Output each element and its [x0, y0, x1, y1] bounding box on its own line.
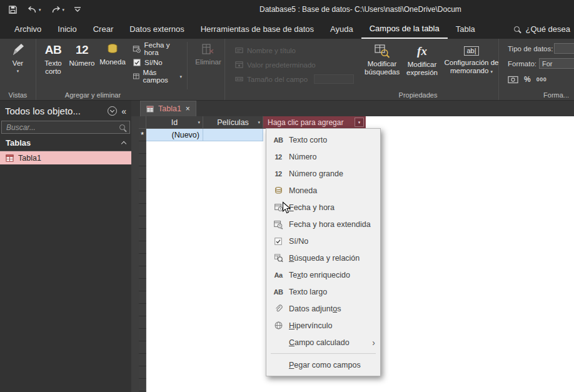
date-time-extended-icon	[273, 219, 284, 229]
menu-item-label: Fecha y hora	[289, 203, 335, 212]
record-selector-cell[interactable]	[139, 354, 146, 366]
new-record-row: * (Nuevo)	[139, 129, 263, 141]
nav-menu-circle-icon[interactable]	[108, 106, 117, 116]
filter-dropdown-icon[interactable]: ▾	[258, 120, 260, 125]
large-number-icon: 12	[273, 169, 284, 179]
apply-currency-icon[interactable]	[508, 76, 518, 84]
redo-button[interactable]: ▾	[51, 6, 65, 14]
menu-item-datos-adjuntos[interactable]: Datos adjuntos	[266, 300, 380, 317]
menu-item-texto-largo[interactable]: ABTexto largo	[266, 283, 380, 300]
record-selector-cell[interactable]	[139, 191, 146, 204]
close-icon[interactable]: ×	[186, 105, 190, 113]
record-selector-cell[interactable]	[139, 266, 146, 279]
view-button[interactable]: Ver ▾	[0, 39, 36, 73]
short-text-button[interactable]: AB Texto corto	[39, 39, 68, 76]
record-selector-cell[interactable]	[139, 341, 146, 354]
modify-lookups-button[interactable]: Modificar búsquedas	[364, 40, 400, 76]
name-caption-label: Nombre y título	[247, 47, 296, 54]
ribbon-group-vistas: Ver ▾ Vistas	[0, 39, 36, 100]
ribbon-tab-bar: ArchivoInicioCrearDatos externosHerramie…	[0, 19, 574, 39]
field-size-icon	[235, 75, 243, 83]
number-icon: 12	[273, 152, 284, 162]
record-selector-cell[interactable]	[139, 304, 146, 316]
currency-coins-icon	[273, 186, 284, 196]
tell-me-search[interactable]: ¿Qué desea	[514, 19, 570, 39]
record-selector-cell[interactable]	[139, 166, 146, 179]
default-value-label: Valor predeterminado	[247, 61, 316, 69]
save-icon	[8, 5, 18, 14]
menu-item-numero-grande[interactable]: 12Número grande	[266, 165, 380, 182]
record-selector-cell[interactable]	[139, 366, 146, 379]
date-time-icon	[133, 44, 141, 54]
menu-tab-herramientas-de-base-de-datos[interactable]: Herramientas de base de datos	[193, 19, 322, 39]
menu-item-texto-enriquecido[interactable]: AaTexto enriquecido	[266, 266, 380, 283]
record-selector-cell[interactable]	[139, 229, 146, 241]
modify-expression-button[interactable]: fx Modificar expresión	[404, 40, 440, 77]
record-selector-cell[interactable]	[139, 379, 146, 391]
record-selector-cell[interactable]	[139, 279, 146, 291]
menu-item-busqueda-y-relacion[interactable]: Búsqueda y relación	[266, 249, 380, 266]
nav-section-tablas[interactable]: Tablas	[0, 134, 131, 151]
thousands-separator-icon[interactable]: 000	[536, 76, 547, 83]
record-selector-cell[interactable]	[139, 241, 146, 254]
menu-item-hipervinculo[interactable]: Hipervínculo	[266, 317, 380, 334]
record-selector-cell[interactable]	[139, 316, 146, 329]
format-label: Formato:	[508, 60, 536, 68]
name-caption-icon	[235, 46, 243, 54]
menu-tab-ayuda[interactable]: Ayuda	[322, 19, 361, 39]
nav-item-tabla1[interactable]: Tabla1	[0, 151, 131, 164]
menu-item-texto-corto[interactable]: ABTexto corto	[266, 131, 380, 148]
collapse-pane-icon[interactable]: «	[121, 106, 126, 116]
menu-item-label: Datos adjuntos	[289, 304, 341, 313]
menu-tab-datos-externos[interactable]: Datos externos	[121, 19, 192, 39]
menu-tab-crear[interactable]: Crear	[85, 19, 122, 39]
data-type-select[interactable]	[554, 43, 574, 54]
column-header-peliculas[interactable]: Películas ▾	[203, 116, 263, 129]
record-selector-cell[interactable]	[139, 216, 146, 229]
datasheet-view-icon	[11, 42, 26, 58]
menu-item-si-no[interactable]: Sí/No	[266, 233, 380, 249]
menu-item-numero[interactable]: 12Número	[266, 148, 380, 165]
filter-dropdown-icon[interactable]: ▾	[198, 120, 200, 125]
menu-item-moneda[interactable]: Moneda	[266, 182, 380, 199]
undo-icon	[28, 6, 37, 14]
menu-item-fecha-y-hora-extendida[interactable]: Fecha y hora extendida	[266, 216, 380, 233]
more-fields-button[interactable]: Más campos ▾	[133, 71, 182, 82]
record-selector-cell[interactable]	[139, 329, 146, 341]
format-select[interactable]: For	[539, 58, 574, 69]
menu-tab-tabla[interactable]: Tabla	[448, 19, 483, 39]
undo-button[interactable]: ▾	[28, 6, 41, 14]
percent-icon[interactable]: %	[524, 75, 531, 84]
customize-quick-access-button[interactable]	[74, 7, 81, 13]
record-selector-cell[interactable]	[139, 141, 146, 154]
new-record-selector[interactable]: *	[139, 129, 146, 141]
record-selector-cell[interactable]	[139, 291, 146, 304]
date-time-button[interactable]: Fecha y hora	[133, 43, 182, 54]
menu-tab-inicio[interactable]: Inicio	[49, 19, 84, 39]
record-selector-cell[interactable]	[139, 154, 146, 166]
select-all-corner[interactable]	[139, 116, 146, 129]
memo-settings-button[interactable]: ab| Configuración de memorando ▾	[443, 40, 500, 75]
column-header-add-field[interactable]: Haga clic para agregar ▾	[263, 116, 366, 129]
add-field-dropdown-button[interactable]: ▾	[355, 118, 364, 127]
chevron-up-icon	[121, 141, 126, 146]
menu-item-campo-calculado[interactable]: Campo calculado›	[266, 334, 380, 351]
name-caption-button: Nombre y título	[235, 43, 354, 58]
record-selector-cell[interactable]	[139, 254, 146, 266]
field-quick-add-column: Fecha y hora Sí/No Más campos ▾	[133, 39, 182, 82]
number-button[interactable]: 12 Número	[68, 39, 96, 68]
save-button[interactable]	[8, 5, 18, 14]
record-selector-cell[interactable]	[139, 204, 146, 216]
menu-item-pegar-como-campos[interactable]: Pegar como campos	[266, 356, 380, 373]
cell-peliculas-new[interactable]	[203, 129, 263, 141]
document-tab-tabla1[interactable]: Tabla1 ×	[140, 101, 196, 116]
yes-no-button[interactable]: Sí/No	[133, 57, 182, 68]
record-selector-cell[interactable]	[139, 179, 146, 191]
menu-tab-archivo[interactable]: Archivo	[6, 19, 49, 39]
menu-tab-campos-de-la-tabla[interactable]: Campos de la tabla	[361, 19, 448, 39]
nav-search-box[interactable]: Buscar...	[1, 121, 130, 134]
currency-button[interactable]: Moneda	[96, 39, 129, 66]
no-icon	[273, 338, 284, 348]
column-header-id[interactable]: Id ▾	[146, 116, 203, 129]
cell-id-new[interactable]: (Nuevo)	[146, 129, 203, 141]
